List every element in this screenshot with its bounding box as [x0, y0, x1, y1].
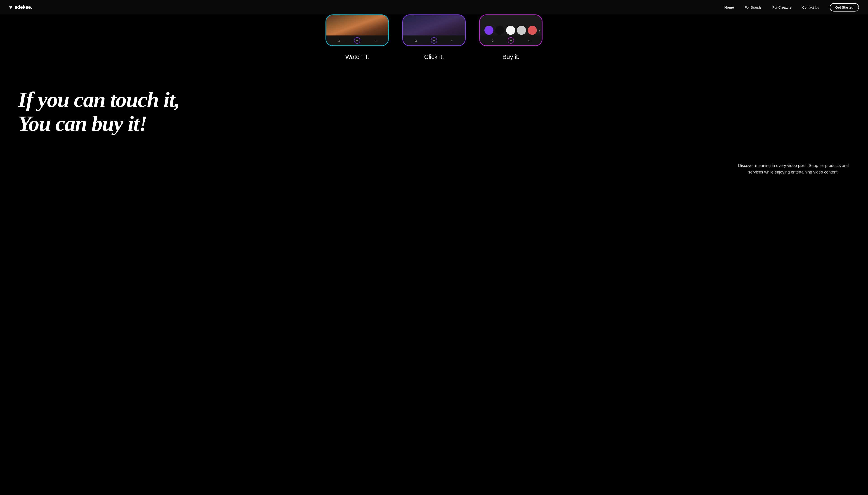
nav-links: Home For Brands For Creators Contact Us …	[724, 3, 859, 12]
phone-buy-navbar: ⌂ + ○	[480, 35, 542, 46]
swatches-more-icon: ›	[539, 28, 540, 33]
phone-click-screen: ⌂ + ○	[403, 15, 465, 46]
swatch-black	[495, 26, 504, 35]
swatch-gray	[517, 26, 526, 35]
phone-buy-screen: › ⌂ + ○	[480, 15, 542, 46]
nav-for-brands[interactable]: For Brands	[745, 5, 762, 9]
phone-buy-mockup: › ⌂ + ○	[479, 15, 542, 46]
phone-click-image	[403, 15, 465, 35]
phone-click-navbar: ⌂ + ○	[403, 35, 465, 46]
phone-buy-label: Buy it.	[502, 53, 519, 61]
color-swatches: ›	[484, 26, 540, 35]
home-icon-purple: ⌂	[415, 38, 417, 42]
phone-click-container: ⌂ + ○ Click it.	[402, 15, 466, 61]
phone-watch-container: ⌂ + ○ Watch it.	[326, 15, 389, 61]
swatch-red	[528, 26, 537, 35]
phone-click-label: Click it.	[424, 53, 444, 61]
phone-watch-navbar: ⌂ + ○	[326, 35, 388, 46]
headline-text: If you can touch it, You can buy it!	[18, 88, 298, 135]
logo-text: edekee.	[15, 4, 32, 10]
phone-buy-container: › ⌂ + ○ Buy it.	[479, 15, 542, 61]
headline-line2: You can buy it!	[18, 112, 147, 136]
plus-icon-teal: +	[354, 37, 360, 44]
plus-icon-purple: +	[431, 37, 437, 44]
description-text: Discover meaning in every video pixel. S…	[737, 163, 850, 175]
description-section: Discover meaning in every video pixel. S…	[0, 153, 868, 194]
phone-watch-screen: ⌂ + ○	[326, 15, 388, 46]
nav-home[interactable]: Home	[724, 5, 734, 9]
navbar: ♥ edekee. Home For Brands For Creators C…	[0, 0, 868, 15]
phone-click-mockup: ⌂ + ○	[402, 15, 466, 46]
phone-watch-label: Watch it.	[345, 53, 369, 61]
headline-line1: If you can touch it,	[18, 87, 180, 112]
swatch-purple	[484, 26, 494, 35]
logo-heart-icon: ♥	[9, 4, 12, 11]
phone-watch-image	[326, 15, 388, 35]
profile-icon-pink: ○	[528, 38, 530, 42]
headline-section: If you can touch it, You can buy it!	[0, 61, 316, 153]
home-icon-teal: ⌂	[338, 38, 340, 42]
swatch-white	[506, 26, 515, 35]
get-started-button[interactable]: Get Started	[830, 3, 859, 12]
logo[interactable]: ♥ edekee.	[9, 4, 32, 11]
home-icon-pink: ⌂	[491, 38, 494, 42]
nav-contact-us[interactable]: Contact Us	[802, 5, 819, 9]
phone-watch-mockup: ⌂ + ○	[326, 15, 389, 46]
profile-icon-teal: ○	[374, 38, 377, 42]
plus-icon-pink: +	[508, 37, 514, 44]
profile-icon-purple: ○	[451, 38, 453, 42]
nav-for-creators[interactable]: For Creators	[772, 5, 791, 9]
